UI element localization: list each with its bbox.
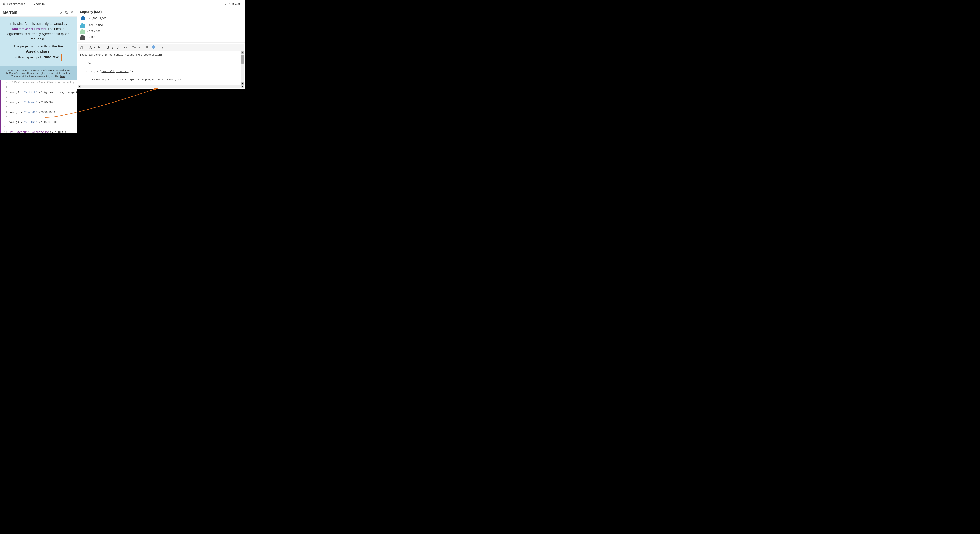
nav-arrows: ‹ › ≡ 4 of 8 [224, 2, 242, 6]
legend-shape-3 [80, 29, 85, 34]
zoom-to-label: Zoom to [34, 2, 45, 6]
footer-link: here. [60, 75, 65, 78]
popup-title: Marram [3, 10, 18, 15]
legend-shape-4 [80, 35, 85, 40]
legend-item-3: > 100 - 600 [80, 29, 242, 34]
scroll-up-btn[interactable]: ▲ [241, 51, 244, 54]
svg-line-4 [32, 5, 32, 5]
get-directions-button[interactable]: Get directions [3, 2, 25, 6]
right-panel: Capacity (MW) > 1,500 - 3,000 > 600 - 1,… [77, 8, 245, 134]
hscroll-track[interactable] [81, 85, 241, 88]
svg-marker-12 [153, 46, 154, 48]
legend-shape-2 [80, 23, 85, 28]
info-card: This wind farm is currently tenanted by … [0, 17, 76, 67]
underline-button[interactable]: U [115, 45, 120, 50]
hscroll-left-btn[interactable]: ◀ [78, 85, 81, 88]
info-text-1: This wind farm is currently tenanted by … [7, 21, 70, 41]
zoom-icon [30, 3, 33, 6]
left-panel: Marram ∧ ⧉ ✕ This wind farm is currently… [0, 8, 77, 134]
ai-label: AI [80, 46, 83, 49]
legend-title: Capacity (MW) [80, 10, 242, 14]
unordered-list-button[interactable]: ≡ [138, 45, 142, 49]
paint-button[interactable] [151, 45, 156, 50]
svg-marker-7 [81, 16, 85, 20]
info-text-2: The project is currently in the Pre Plan… [7, 44, 70, 61]
nav-next-button[interactable]: › [228, 2, 232, 6]
hscroll-right-btn[interactable]: ▶ [241, 85, 244, 88]
scroll-thumb[interactable] [241, 55, 244, 64]
code-line: 10 [1, 125, 76, 130]
svg-marker-10 [80, 35, 85, 40]
black-area [77, 89, 245, 134]
zoom-to-button[interactable]: Zoom to [30, 2, 45, 6]
ai-dropdown[interactable]: AI ▾ [79, 45, 86, 50]
editor-code-content: lease agreement is currently {Lease_Type… [78, 52, 244, 85]
paint-icon [152, 45, 155, 49]
legend-item-1: > 1,500 - 3,000 [80, 15, 242, 22]
code-line: 8 [1, 115, 76, 120]
close-button[interactable]: ✕ [70, 10, 74, 14]
nav-prev-button[interactable]: ‹ [224, 2, 228, 6]
editor-content[interactable]: lease agreement is currently {Lease_Type… [78, 51, 244, 85]
font-size-dropdown[interactable]: A ↑ ▾ [89, 45, 96, 50]
info-footer: This web map contains public sector info… [0, 67, 76, 80]
list-icon: ≡ [232, 2, 234, 6]
legend-label-2: > 600 - 1,500 [87, 24, 103, 27]
italic-button[interactable]: I [111, 45, 114, 50]
html-editor: AI ▾ A ↑ ▾ A ▾ B I U ≡ [78, 44, 244, 88]
legend-label-4: 0 - 100 [87, 36, 95, 39]
font-color-chevron: ▾ [100, 46, 102, 49]
code-line: 3 var g1 = "eff3ff" //lightest blue, ran… [1, 90, 76, 95]
ordered-list-button[interactable]: ½≡ [131, 45, 137, 49]
code-line: 7 var g3 = "6baed6" //600-1500 [1, 110, 76, 115]
editor-scrollbar[interactable]: ▲ ▼ [241, 51, 244, 85]
svg-marker-8 [80, 23, 85, 28]
capacity-value: 3000 MW. [42, 54, 62, 61]
legend-item-2: > 600 - 1,500 [80, 23, 242, 28]
code-line: 1 // Evaluates and classifies the capaci… [1, 80, 76, 85]
editor-toolbar: AI ▾ A ↑ ▾ A ▾ B I U ≡ [78, 44, 244, 51]
code-line: 11 if ($feature.Capacity_MW >= 1500) { [1, 130, 76, 134]
legend-item-4: 0 - 100 [80, 35, 242, 40]
link-button[interactable] [145, 45, 150, 50]
align-chevron: ▾ [126, 46, 127, 49]
legend-label-3: > 100 - 600 [87, 30, 100, 33]
clear-format-button[interactable]: Tx [159, 45, 164, 49]
page-indicator: ≡ 4 of 8 [232, 2, 242, 6]
get-directions-label: Get directions [7, 2, 25, 6]
font-size-chevron: ▾ [94, 46, 95, 49]
scroll-down-btn[interactable]: ▼ [241, 82, 244, 85]
link-icon [146, 45, 149, 49]
code-line: 6 [1, 105, 76, 110]
font-color-dropdown[interactable]: A ▾ [97, 45, 102, 50]
legend-label-1: > 1,500 - 3,000 [88, 17, 107, 20]
font-color-icon: A [98, 45, 100, 49]
popup-controls: ∧ ⧉ ✕ [59, 10, 74, 14]
toolbar-divider-6 [158, 45, 158, 49]
duplicate-button[interactable]: ⧉ [65, 10, 68, 14]
toolbar-divider [49, 2, 49, 6]
top-toolbar: Get directions Zoom to ‹ › ≡ 4 of 8 [0, 0, 245, 8]
directions-icon [3, 3, 6, 6]
toolbar-divider-3 [121, 45, 121, 49]
code-line: 4 [1, 95, 76, 100]
company-link: MarramWind Limited [12, 27, 46, 31]
code-line: 9 var g4 = "2171b5" // 1500-3000 [1, 120, 76, 125]
more-options-button[interactable]: ⋮ [167, 45, 173, 50]
collapse-button[interactable]: ∧ [59, 10, 63, 14]
toolbar-divider-2 [104, 45, 104, 49]
editor-hscroll: ◀ ▶ [78, 85, 244, 88]
font-size-up-icon: ↑ [92, 46, 94, 49]
code-line: 5 var g2 = "bdd7e7" //100-600 [1, 100, 76, 105]
legend-shape-1 [81, 16, 85, 20]
popup-header: Marram ∧ ⧉ ✕ [0, 8, 76, 17]
ai-chevron: ▾ [84, 46, 85, 49]
main-layout: Marram ∧ ⧉ ✕ This wind farm is currently… [0, 8, 245, 134]
bold-button[interactable]: B [105, 45, 110, 50]
left-border [0, 80, 1, 134]
align-icon: ≡ [124, 46, 125, 49]
align-dropdown[interactable]: ≡ ▾ [123, 45, 128, 50]
code-line: 2 [1, 85, 76, 90]
svg-marker-9 [80, 29, 85, 34]
font-size-icon: A [89, 45, 92, 49]
